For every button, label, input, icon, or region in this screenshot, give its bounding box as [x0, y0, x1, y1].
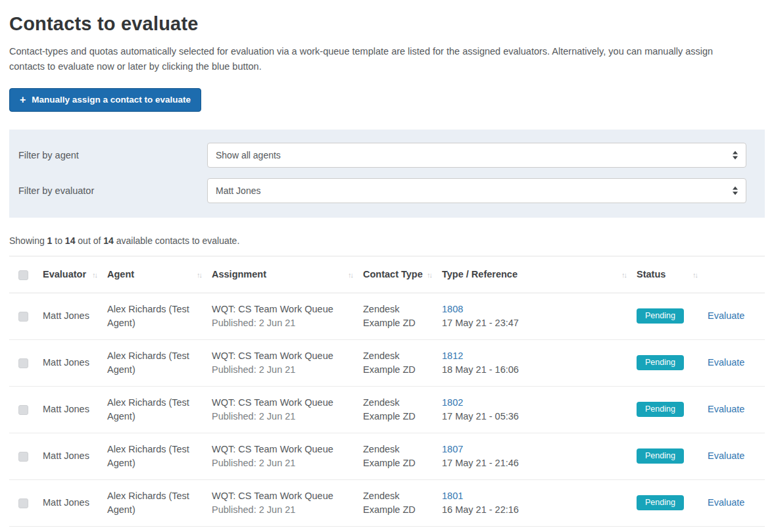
- type-reference-cell: 1801 16 May 21 - 22:16: [442, 479, 637, 526]
- contact-type-cell: Zendesk Example ZD: [363, 479, 442, 526]
- evaluate-link[interactable]: Evaluate: [708, 497, 744, 508]
- sort-icon[interactable]: ↑↓: [88, 271, 99, 279]
- sort-icon[interactable]: ↑↓: [193, 271, 204, 279]
- sort-icon[interactable]: ↑↓: [689, 271, 700, 279]
- reference-link[interactable]: 1801: [442, 491, 463, 501]
- reference-link[interactable]: 1808: [442, 304, 463, 314]
- status-cell: Pending: [637, 339, 708, 386]
- contact-type-cell: Zendesk Example ZD: [363, 339, 442, 386]
- assignment-title: WQT: CS Team Work Queue: [212, 489, 355, 503]
- filter-by-evaluator-label: Filter by evaluator: [18, 185, 207, 196]
- evaluate-link[interactable]: Evaluate: [708, 310, 744, 321]
- summary-from: 1: [47, 235, 53, 246]
- row-checkbox[interactable]: [18, 358, 28, 368]
- evaluator-filter-selected-value: Matt Jones: [216, 185, 260, 196]
- agent-filter-select[interactable]: Show all agents: [207, 143, 746, 168]
- row-checkbox[interactable]: [18, 312, 28, 322]
- evaluator-filter-select[interactable]: Matt Jones: [207, 178, 746, 203]
- column-header-status-label: Status: [637, 269, 665, 279]
- plus-icon: +: [20, 95, 26, 105]
- status-badge: Pending: [637, 495, 684, 510]
- page-container: Contacts to evaluate Contact-types and q…: [0, 13, 774, 527]
- contact-type-cell: Zendesk Example ZD: [363, 433, 442, 479]
- contact-type-name: Zendesk: [363, 349, 434, 363]
- column-header-status: Status ↑↓: [637, 256, 708, 293]
- column-header-assignment-label: Assignment: [212, 269, 266, 279]
- evaluator-cell: Matt Jones: [43, 293, 107, 339]
- column-header-contact-type: Contact Type ↑↓: [363, 256, 442, 293]
- reference-link[interactable]: 1802: [442, 397, 463, 408]
- reference-link[interactable]: 1807: [442, 444, 463, 454]
- agent-cell: Alex Richards (Test Agent): [107, 339, 212, 386]
- sort-icon[interactable]: ↑↓: [423, 271, 434, 279]
- table-row: Matt Jones Alex Richards (Test Agent) WQ…: [9, 293, 765, 339]
- sort-icon[interactable]: ↑↓: [617, 271, 629, 279]
- row-checkbox[interactable]: [18, 405, 28, 415]
- contact-type-instance: Example ZD: [363, 503, 434, 517]
- row-checkbox[interactable]: [18, 452, 28, 462]
- filter-row-agent: Filter by agent Show all agents: [18, 143, 746, 168]
- sort-icon[interactable]: ↑↓: [344, 271, 355, 279]
- assignment-cell: WQT: CS Team Work Queue Published: 2 Jun…: [212, 293, 363, 339]
- action-cell: Evaluate: [708, 293, 765, 339]
- page-description: Contact-types and quotas automatically s…: [9, 44, 736, 75]
- reference-date: 17 May 21 - 21:46: [442, 456, 629, 470]
- assignment-published-date: Published: 2 Jun 21: [212, 316, 355, 330]
- agent-cell: Alex Richards (Test Agent): [107, 479, 212, 526]
- status-badge: Pending: [637, 355, 684, 370]
- summary-to: 14: [65, 235, 76, 246]
- table-row: Matt Jones Alex Richards (Test Agent) WQ…: [9, 339, 765, 386]
- contact-type-name: Zendesk: [363, 302, 434, 316]
- assignment-cell: WQT: CS Team Work Queue Published: 2 Jun…: [212, 479, 363, 526]
- assignment-published-date: Published: 2 Jun 21: [212, 410, 355, 423]
- agent-cell: Alex Richards (Test Agent): [107, 293, 212, 339]
- assignment-cell: WQT: CS Team Work Queue Published: 2 Jun…: [212, 339, 363, 386]
- contacts-table: Evaluator ↑↓ Agent ↑↓ Assignment ↑↓: [9, 256, 765, 527]
- row-checkbox-cell: [9, 433, 43, 479]
- column-header-type-reference: Type / Reference ↑↓: [442, 256, 637, 293]
- status-cell: Pending: [637, 433, 708, 479]
- assignment-title: WQT: CS Team Work Queue: [212, 443, 355, 456]
- reference-link[interactable]: 1812: [442, 351, 463, 361]
- column-header-evaluator-label: Evaluator: [43, 269, 86, 279]
- reference-date: 16 May 21 - 22:16: [442, 503, 629, 517]
- evaluate-link[interactable]: Evaluate: [708, 404, 744, 414]
- assignment-cell: WQT: CS Team Work Queue Published: 2 Jun…: [212, 386, 363, 433]
- summary-total: 14: [103, 235, 114, 246]
- assignment-cell: WQT: CS Team Work Queue Published: 2 Jun…: [212, 433, 363, 479]
- results-summary: Showing 1 to 14 out of 14 available cont…: [9, 235, 765, 246]
- type-reference-cell: 1812 18 May 21 - 16:06: [442, 339, 637, 386]
- contact-type-name: Zendesk: [363, 396, 434, 410]
- evaluator-cell: Matt Jones: [43, 433, 107, 479]
- select-all-checkbox[interactable]: [18, 270, 28, 280]
- reference-date: 17 May 21 - 23:47: [442, 316, 629, 330]
- column-header-contact-type-label: Contact Type: [363, 269, 423, 279]
- contact-type-name: Zendesk: [363, 443, 434, 456]
- filter-panel: Filter by agent Show all agents Filter b…: [9, 130, 765, 218]
- contact-type-instance: Example ZD: [363, 410, 434, 423]
- status-badge: Pending: [637, 448, 684, 464]
- contact-type-name: Zendesk: [363, 489, 434, 503]
- column-header-agent: Agent ↑↓: [107, 256, 212, 293]
- assignment-title: WQT: CS Team Work Queue: [212, 302, 355, 316]
- row-checkbox[interactable]: [18, 498, 28, 508]
- evaluate-link[interactable]: Evaluate: [708, 357, 744, 368]
- status-badge: Pending: [637, 308, 684, 324]
- contact-type-cell: Zendesk Example ZD: [363, 293, 442, 339]
- type-reference-cell: 1807 17 May 21 - 21:46: [442, 433, 637, 479]
- column-header-assignment: Assignment ↑↓: [212, 256, 363, 293]
- manually-assign-button[interactable]: + Manually assign a contact to evaluate: [9, 88, 201, 112]
- status-cell: Pending: [637, 293, 708, 339]
- status-badge: Pending: [637, 402, 684, 417]
- row-checkbox-cell: [9, 339, 43, 386]
- column-header-evaluator: Evaluator ↑↓: [43, 256, 107, 293]
- table-row: Matt Jones Alex Richards (Test Agent) WQ…: [9, 386, 765, 433]
- evaluator-cell: Matt Jones: [43, 339, 107, 386]
- column-header-type-reference-label: Type / Reference: [442, 269, 518, 279]
- evaluate-link[interactable]: Evaluate: [708, 450, 744, 461]
- reference-date: 18 May 21 - 16:06: [442, 363, 629, 377]
- column-header-action: [708, 256, 765, 293]
- agent-cell: Alex Richards (Test Agent): [107, 386, 212, 433]
- page-title: Contacts to evaluate: [9, 13, 765, 35]
- filter-row-evaluator: Filter by evaluator Matt Jones: [18, 178, 746, 203]
